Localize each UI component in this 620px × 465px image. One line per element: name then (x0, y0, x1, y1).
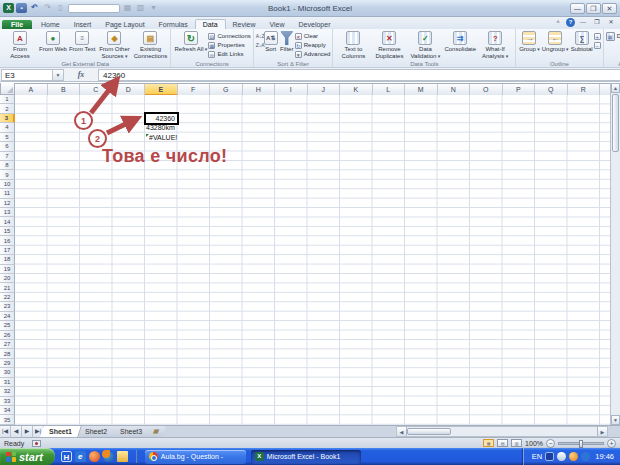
filter-button[interactable]: Filter (279, 30, 295, 54)
next-sheet-icon[interactable]: ▶ (22, 426, 33, 437)
scroll-right-icon[interactable]: ▶ (597, 427, 607, 436)
row-header-17[interactable]: 17 (0, 246, 15, 255)
folder-icon[interactable] (117, 451, 128, 462)
column-header-a[interactable]: A (15, 84, 48, 95)
row-header-3[interactable]: 3 (0, 114, 15, 123)
cell-e5[interactable]: #VALUE! (149, 133, 180, 142)
horizontal-scrollbar[interactable]: ◀ ▶ (396, 426, 608, 437)
row-header-15[interactable]: 15 (0, 227, 15, 236)
row-header-9[interactable]: 9 (0, 170, 15, 179)
column-header-f[interactable]: F (178, 84, 211, 95)
refresh-all-button[interactable]: ↻Refresh All ▾ (173, 30, 208, 54)
connections-button[interactable]: ▤Connections (208, 32, 250, 40)
sheet-tab-sheet1[interactable]: Sheet1 (40, 426, 82, 437)
prev-sheet-icon[interactable]: ◀ (11, 426, 22, 437)
row-header-10[interactable]: 10 (0, 180, 15, 189)
tray-messenger-icon[interactable] (581, 452, 590, 461)
column-header-s[interactable]: S (600, 84, 610, 95)
column-header-m[interactable]: M (405, 84, 438, 95)
sort-button[interactable]: A⇅Sort (263, 30, 279, 54)
vertical-scroll-thumb[interactable] (612, 94, 619, 152)
zoom-out-button[interactable]: − (546, 439, 555, 448)
row-header-5[interactable]: 5 (0, 133, 15, 142)
zoom-slider[interactable] (558, 442, 604, 445)
zoom-level[interactable]: 100% (525, 440, 543, 447)
reapply-button[interactable]: ↻Reapply (295, 41, 331, 49)
ungroup-button[interactable]: ←Ungroup ▾ (541, 30, 570, 54)
tab-insert[interactable]: Insert (67, 20, 99, 29)
tab-review[interactable]: Review (226, 20, 263, 29)
remove-duplicates-button[interactable]: ✕Remove Duplicates (371, 30, 407, 60)
column-header-g[interactable]: G (210, 84, 243, 95)
minimize-ribbon-icon[interactable]: ˄ (552, 18, 564, 27)
what-if-analysis-button[interactable]: ?What-If Analysis ▾ (477, 30, 513, 60)
page-break-view-button[interactable]: ▥ (511, 439, 522, 447)
column-header-q[interactable]: Q (535, 84, 568, 95)
row-header-31[interactable]: 31 (0, 378, 15, 387)
page-layout-view-button[interactable]: ▤ (497, 439, 508, 447)
vertical-scrollbar[interactable]: ▲ ▼ (610, 83, 620, 425)
column-header-o[interactable]: O (470, 84, 503, 95)
first-sheet-icon[interactable]: |◀ (0, 426, 11, 437)
row-header-22[interactable]: 22 (0, 293, 15, 302)
row-header-20[interactable]: 20 (0, 274, 15, 283)
tab-home[interactable]: Home (34, 20, 67, 29)
active-cell-e3[interactable]: 42360 (144, 112, 180, 124)
row-header-28[interactable]: 28 (0, 349, 15, 358)
formula-input[interactable]: 42360 (98, 69, 620, 81)
restore-button[interactable]: ❐ (586, 3, 601, 14)
column-header-j[interactable]: J (308, 84, 341, 95)
tab-file[interactable]: File (2, 20, 32, 29)
firefox-icon[interactable] (103, 451, 114, 462)
edit-links-button[interactable]: ∞Edit Links (208, 50, 250, 58)
tab-page-layout[interactable]: Page Layout (98, 20, 151, 29)
existing-connections-button[interactable]: ▤Existing Connections (132, 30, 168, 60)
properties-button[interactable]: ▦Properties (208, 41, 250, 49)
name-box-dropdown[interactable]: ▼ (53, 69, 64, 81)
column-header-n[interactable]: N (438, 84, 471, 95)
row-header-21[interactable]: 21 (0, 283, 15, 292)
tray-update-icon[interactable] (557, 452, 566, 461)
text-to-columns-button[interactable]: Text to Columns (335, 30, 371, 60)
column-header-k[interactable]: K (340, 84, 373, 95)
scroll-left-icon[interactable]: ◀ (397, 427, 407, 436)
subtotal-button[interactable]: ∑Subtotal (570, 30, 594, 54)
horizontal-scroll-thumb[interactable] (407, 428, 451, 435)
row-header-4[interactable]: 4 (0, 123, 15, 132)
row-header-16[interactable]: 16 (0, 236, 15, 245)
row-header-29[interactable]: 29 (0, 359, 15, 368)
name-box[interactable]: E3 (1, 69, 53, 81)
showdet-button[interactable]: + (594, 32, 601, 40)
normal-view-button[interactable]: ▦ (483, 439, 494, 447)
start-button[interactable]: start (0, 448, 55, 465)
za-button[interactable]: Z↓A (256, 41, 263, 49)
quicklaunch-app-icon[interactable]: H (61, 451, 72, 462)
tray-app-icon[interactable] (569, 452, 578, 461)
row-header-19[interactable]: 19 (0, 265, 15, 274)
clear-button[interactable]: ✕Clear (295, 32, 331, 40)
tray-network-icon[interactable] (545, 452, 554, 461)
minimize-button[interactable]: — (570, 3, 585, 14)
from-web-button[interactable]: ●From Web (38, 30, 68, 54)
row-header-24[interactable]: 24 (0, 312, 15, 321)
row-header-6[interactable]: 6 (0, 142, 15, 151)
row-header-32[interactable]: 32 (0, 387, 15, 396)
column-header-e[interactable]: E (145, 84, 178, 95)
tab-view[interactable]: View (263, 20, 292, 29)
close-button[interactable]: ✕ (602, 3, 617, 14)
column-header-d[interactable]: D (113, 84, 146, 95)
row-header-35[interactable]: 35 (0, 415, 15, 424)
media-app-icon[interactable] (89, 451, 100, 462)
language-indicator[interactable]: EN (532, 452, 542, 461)
workbook-minimize-button[interactable]: — (577, 18, 589, 27)
zoom-in-button[interactable]: + (607, 439, 616, 448)
row-header-13[interactable]: 13 (0, 208, 15, 217)
column-header-p[interactable]: P (503, 84, 536, 95)
row-header-14[interactable]: 14 (0, 217, 15, 226)
data-analysis-button[interactable]: ▦Data Analysis (606, 32, 620, 40)
tab-developer[interactable]: Developer (292, 20, 338, 29)
help-icon[interactable]: ? (566, 18, 575, 27)
insert-function-button[interactable]: fx (64, 70, 98, 79)
tab-formulas[interactable]: Formulas (152, 20, 195, 29)
row-header-34[interactable]: 34 (0, 406, 15, 415)
